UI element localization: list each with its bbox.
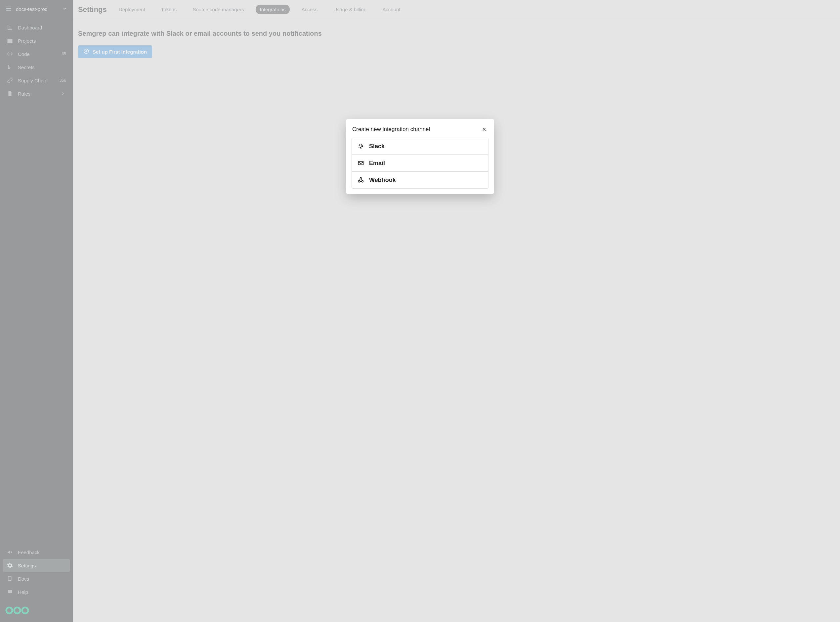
modal-close-button[interactable] — [481, 126, 488, 133]
email-icon — [357, 160, 364, 167]
svg-point-16 — [362, 145, 363, 146]
modal-title: Create new integration channel — [352, 126, 430, 133]
integration-option-email[interactable]: Email — [352, 154, 488, 171]
option-label: Webhook — [369, 177, 396, 184]
integration-option-slack[interactable]: Slack — [352, 138, 488, 154]
svg-rect-13 — [360, 147, 361, 149]
svg-rect-11 — [359, 146, 360, 146]
slack-icon — [357, 143, 364, 150]
svg-point-17 — [359, 144, 361, 145]
option-label: Slack — [369, 143, 385, 150]
svg-rect-12 — [361, 146, 363, 147]
create-integration-modal: Create new integration channel Slack Ema… — [346, 119, 494, 194]
svg-point-15 — [359, 147, 359, 148]
modal-header: Create new integration channel — [352, 124, 488, 138]
integration-option-list: Slack Email Webhook — [352, 138, 488, 189]
svg-point-18 — [361, 148, 362, 149]
integration-option-webhook[interactable]: Webhook — [352, 171, 488, 188]
option-label: Email — [369, 160, 385, 167]
webhook-icon — [357, 176, 364, 184]
modal-overlay[interactable]: Create new integration channel Slack Ema… — [0, 0, 840, 622]
svg-rect-14 — [361, 144, 362, 146]
close-icon — [481, 127, 487, 132]
